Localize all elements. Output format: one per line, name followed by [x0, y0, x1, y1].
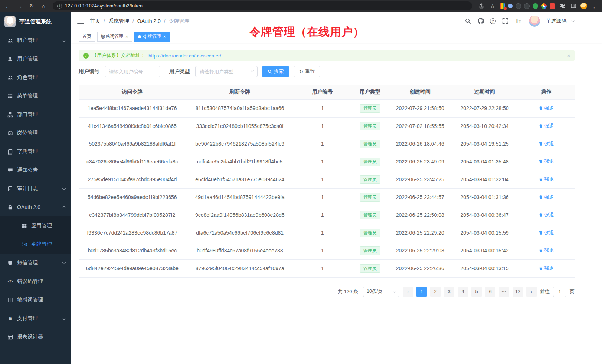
delete-icon: [539, 213, 543, 217]
reset-button[interactable]: 重置: [294, 66, 320, 77]
pager-prev-button[interactable]: [403, 287, 413, 297]
sidebar-item-menu[interactable]: 菜单管理: [0, 87, 71, 105]
force-logout-button[interactable]: 强退: [539, 194, 554, 201]
chevron-down-icon[interactable]: [572, 19, 575, 22]
site-info-icon[interactable]: [57, 4, 62, 9]
hamburger-icon[interactable]: [77, 19, 84, 24]
browser-toolbar-icons: [477, 2, 598, 10]
sidebar-item-report[interactable]: 报表设计器: [0, 328, 71, 346]
user-id-cell: 1: [294, 171, 351, 188]
sidebar-item-label: 租户管理: [17, 37, 59, 44]
home-icon[interactable]: [39, 2, 48, 10]
extension-icon[interactable]: [524, 3, 530, 9]
goto-page-input[interactable]: [553, 287, 566, 297]
sidebar-item-dict[interactable]: 字典管理: [0, 142, 71, 161]
back-icon[interactable]: [4, 2, 12, 10]
search-icon[interactable]: [464, 17, 471, 25]
pager-page-2[interactable]: 2: [430, 287, 441, 297]
pager-page-6[interactable]: 6: [485, 287, 495, 297]
sidebar-item-role[interactable]: 角色管理: [0, 68, 71, 87]
sidebar-item-errcode[interactable]: </>错误码管理: [0, 272, 71, 291]
tab-sensitive-word[interactable]: 敏感词管理: [97, 32, 132, 42]
force-logout-button[interactable]: 强退: [539, 158, 554, 165]
user-type-select[interactable]: [195, 66, 258, 77]
goto-suffix: 页: [570, 288, 575, 295]
pager-page-5[interactable]: 5: [471, 287, 482, 297]
pin-icon[interactable]: [550, 3, 555, 9]
help-icon[interactable]: [490, 18, 496, 24]
force-logout-button[interactable]: 强退: [539, 247, 554, 254]
user-id-input[interactable]: [105, 66, 160, 77]
font-size-icon[interactable]: [514, 17, 522, 25]
browser-menu-icon[interactable]: [590, 2, 598, 10]
force-logout-button[interactable]: 强退: [539, 229, 554, 236]
sidebar-item-oauth2[interactable]: OAuth 2.0: [0, 198, 71, 216]
force-logout-button[interactable]: 强退: [539, 140, 554, 147]
pager-next-button[interactable]: [526, 287, 537, 297]
pager-page-4[interactable]: 4: [458, 287, 468, 297]
url-bar[interactable]: 127.0.0.1:1024/system/oauth2/token: [53, 1, 472, 10]
breadcrumb-item[interactable]: 首页: [90, 18, 100, 24]
sidebar-item-sensitive[interactable]: 敏感词管理: [0, 291, 71, 309]
username[interactable]: 芋道源码: [546, 18, 566, 24]
force-logout-button[interactable]: 强退: [539, 105, 554, 112]
alert-close-icon[interactable]: [567, 53, 570, 59]
split-view-icon[interactable]: [569, 2, 578, 10]
sidebar-menu: 租户管理用户管理角色管理菜单管理部门管理岗位管理字典管理通知公告审计日志OAut…: [0, 31, 71, 364]
pager-page-12[interactable]: 12: [513, 287, 523, 297]
breadcrumb-item[interactable]: OAuth 2.0: [137, 18, 161, 24]
tab-token[interactable]: 令牌管理: [134, 32, 170, 42]
pager-page-1[interactable]: 1: [416, 287, 427, 297]
tab-home[interactable]: 首页: [79, 32, 95, 42]
sidebar-item-token[interactable]: 令牌管理: [0, 235, 71, 254]
force-logout-button[interactable]: 强退: [539, 265, 554, 272]
breadcrumb-item[interactable]: 系统管理: [108, 18, 129, 24]
pager-ellipsis[interactable]: •••: [499, 287, 509, 297]
table-header-row: 访问令牌刷新令牌用户编号用户类型创建时间过期时间操作: [79, 85, 575, 99]
sidebar-item-audit[interactable]: 审计日志: [0, 179, 71, 198]
sidebar-item-app[interactable]: 应用管理: [0, 216, 71, 235]
extension-pinwheel-icon[interactable]: [541, 3, 547, 9]
tab-label: 首页: [82, 33, 91, 40]
expire-time-cell: 2054-03-04 00:36:47: [451, 206, 518, 224]
user-avatar[interactable]: [529, 16, 540, 27]
sidebar-item-pay[interactable]: ¥支付管理: [0, 309, 71, 328]
force-logout-button[interactable]: 强退: [539, 123, 554, 129]
sidebar-item-post[interactable]: 岗位管理: [0, 124, 71, 142]
share-icon[interactable]: [477, 2, 485, 10]
page-size-select[interactable]: 10条/页: [363, 287, 399, 297]
column-header: 用户编号: [294, 85, 351, 99]
github-icon[interactable]: [477, 17, 484, 25]
extension-icon[interactable]: [500, 3, 505, 9]
tab-label: 敏感词管理: [101, 33, 123, 40]
puzzle-icon[interactable]: [558, 2, 566, 10]
tab-close-icon[interactable]: [163, 34, 166, 39]
refresh-icon: [299, 69, 303, 75]
alert-link[interactable]: https://doc.iocoder.cn/user-center/: [148, 53, 221, 59]
token-broadcast-icon: [22, 242, 27, 247]
sidebar-item-sms[interactable]: 短信管理: [0, 254, 71, 272]
sidebar-item-notice[interactable]: 通知公告: [0, 161, 71, 179]
reload-icon[interactable]: [27, 2, 36, 10]
user-type-select-input[interactable]: [195, 66, 258, 77]
sidebar-item-dept[interactable]: 部门管理: [0, 105, 71, 124]
sidebar-item-tenant[interactable]: 租户管理: [0, 31, 71, 50]
force-logout-button[interactable]: 强退: [539, 212, 554, 218]
forward-icon[interactable]: [16, 2, 24, 10]
pager-page-3[interactable]: 3: [444, 287, 454, 297]
access-token-cell: 54d6be82ee5a460a9aedc1f9bf223656: [79, 188, 186, 206]
extension-icon[interactable]: [516, 3, 521, 9]
extension-icon[interactable]: [533, 3, 538, 9]
user-type-badge: 管理员: [360, 158, 380, 166]
force-logout-button[interactable]: 强退: [539, 176, 554, 183]
audit-log-icon: [7, 186, 13, 192]
tab-close-icon[interactable]: [125, 34, 128, 39]
app-logo-row[interactable]: 芋道管理系统: [0, 12, 71, 31]
browser-profile-avatar[interactable]: [580, 3, 587, 9]
refresh-token-cell: dfa6c71a50a54c66bef706ef9e6e8d81: [186, 224, 294, 242]
search-button[interactable]: 搜索: [262, 66, 289, 77]
extension-icon[interactable]: [508, 4, 513, 8]
fullscreen-icon[interactable]: [501, 17, 509, 25]
bookmark-star-icon[interactable]: [488, 2, 497, 10]
sidebar-item-user[interactable]: 用户管理: [0, 50, 71, 68]
